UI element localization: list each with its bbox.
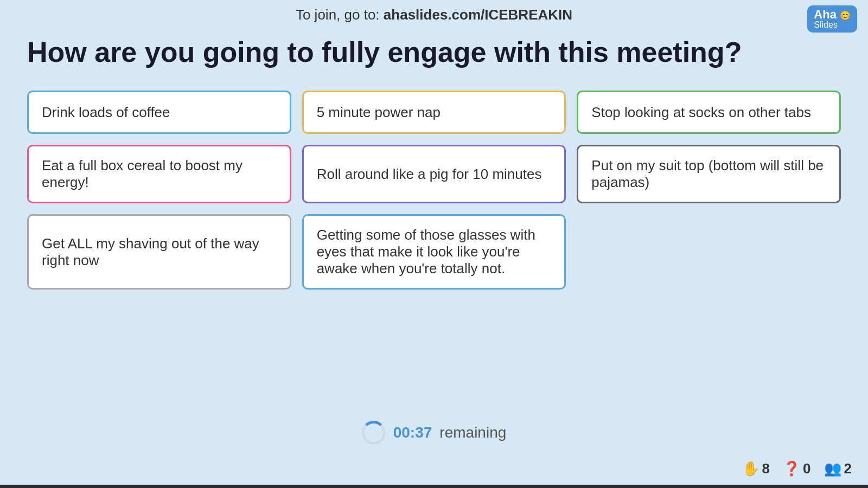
answer-card-8[interactable]: Getting some of those glasses with eyes … <box>302 214 566 290</box>
bottom-stats: ✋ 8 ❓ 0 👥 2 <box>742 460 852 477</box>
answer-card-5[interactable]: Roll around like a pig for 10 minutes <box>302 145 566 203</box>
hands-stat: ✋ 8 <box>742 460 770 477</box>
answer-card-2[interactable]: 5 minute power nap <box>302 91 566 134</box>
answer-card-6[interactable]: Put on my suit top (bottom will still be… <box>577 145 841 203</box>
bottom-bar-line <box>0 485 868 488</box>
questions-stat: ❓ 0 <box>783 460 810 477</box>
main-question: How are you going to fully engage with t… <box>0 30 868 85</box>
aha-logo-slides: Slides <box>814 21 851 29</box>
join-instruction: To join, go to: ahaslides.com/ICEBREAKIN <box>296 7 572 23</box>
timer-spinner <box>362 421 386 445</box>
raise-hand-icon: ✋ <box>742 460 760 477</box>
people-icon: 👥 <box>824 460 841 477</box>
answer-grid: Drink loads of coffee 5 minute power nap… <box>0 91 868 290</box>
timer-label: remaining <box>439 424 506 441</box>
answer-card-4[interactable]: Eat a full box cereal to boost my energy… <box>27 145 291 203</box>
timer-value: 00:37 <box>393 424 432 441</box>
people-stat: 👥 2 <box>824 460 852 477</box>
aha-logo: Aha 😊 Slides <box>807 5 857 33</box>
aha-logo-aha: Aha 😊 <box>814 9 851 21</box>
question-icon: ❓ <box>783 460 800 477</box>
answer-card-1[interactable]: Drink loads of coffee <box>27 91 291 134</box>
answer-card-3[interactable]: Stop looking at socks on other tabs <box>577 91 841 134</box>
top-bar: To join, go to: ahaslides.com/ICEBREAKIN… <box>0 0 868 30</box>
timer-area: 00:37 remaining <box>362 421 507 445</box>
answer-card-7[interactable]: Get ALL my shaving out of the way right … <box>27 214 291 290</box>
